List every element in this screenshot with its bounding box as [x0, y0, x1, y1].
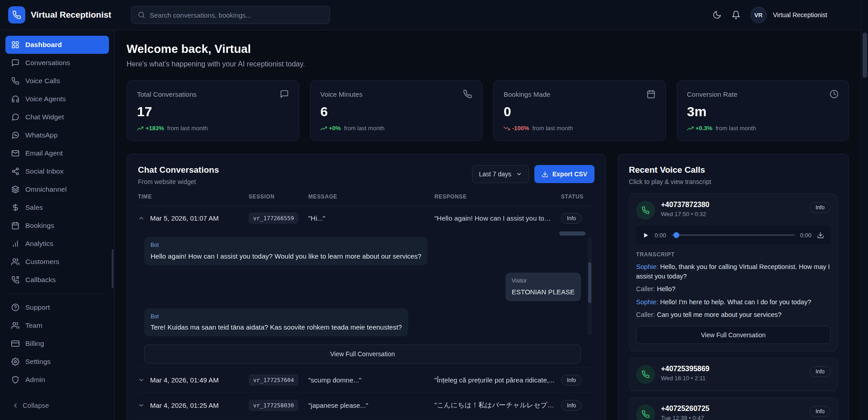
recent-voice-calls-panel: Recent Voice Calls Click to play & view … — [618, 154, 849, 420]
content-grid: Chat Conversations From website widget L… — [127, 154, 849, 420]
sidebar-item-label: WhatsApp — [25, 131, 58, 139]
sidebar-item-bookings[interactable]: Bookings — [5, 217, 109, 235]
column-header-message: MESSAGE — [308, 193, 434, 200]
page-scrollbar[interactable] — [861, 0, 868, 420]
bubble-text: Hello again! How can I assist you today?… — [151, 251, 421, 261]
view-full-conversation-button[interactable]: View Full Conversation — [144, 344, 581, 363]
stat-value: 3m — [687, 104, 839, 119]
search-input[interactable] — [150, 11, 323, 19]
sidebar-item-label: Voice Agents — [25, 95, 66, 103]
sidebar-item-omnichannel[interactable]: Omnichannel — [5, 180, 109, 198]
conversation-row[interactable]: Mar 5, 2026, 01:07 AMvr_177266559"Hi..."… — [138, 206, 594, 231]
chevron-up-icon[interactable] — [138, 215, 145, 222]
message-preview: "Hi..." — [308, 214, 434, 222]
date-range-select[interactable]: Last 7 days — [472, 165, 529, 183]
voice-call-card[interactable]: +40725260725Tue 12:39 • 0:47Info — [629, 397, 838, 420]
sidebar-item-settings[interactable]: Settings — [5, 353, 109, 371]
sidebar-item-customers[interactable]: Customers — [5, 253, 109, 271]
sidebar-item-billing[interactable]: Billing — [5, 335, 109, 353]
conversation-thread: BotHello again! How can I assist you tod… — [138, 231, 594, 338]
call-number: +40725260725 — [661, 405, 709, 413]
sidebar-item-label: Callbacks — [25, 276, 56, 284]
call-status-badge: Info — [810, 406, 830, 417]
sidebar-item-team[interactable]: Team — [5, 316, 109, 335]
phone-icon — [463, 90, 472, 99]
search-box[interactable] — [131, 6, 330, 24]
export-csv-button[interactable]: Export CSV — [534, 165, 594, 183]
stats-row: Total Conversations17+183%from last mont… — [127, 80, 849, 141]
conversation-row[interactable]: Mar 4, 2026, 01:49 AMvr_177257604"scump … — [138, 368, 594, 392]
sidebar-item-dashboard[interactable]: Dashboard — [5, 36, 109, 54]
transcript: Sophie: Hello, thank you for calling Vir… — [636, 262, 830, 320]
sidebar-item-callbacks[interactable]: Callbacks — [5, 271, 109, 289]
page-scrollbar-thumb[interactable] — [863, 33, 867, 78]
play-button[interactable] — [642, 232, 649, 239]
conversation-row-wrap: Mar 5, 2026, 01:07 AMvr_177266559"Hi..."… — [138, 206, 594, 368]
stat-label: Conversion Rate — [687, 90, 738, 98]
credit-card-icon — [11, 340, 19, 348]
mail-icon — [11, 149, 19, 157]
call-number: +40725395869 — [661, 365, 709, 373]
chevron-down-icon[interactable] — [138, 402, 145, 409]
sidebar-item-label: Admin — [25, 376, 45, 384]
sidebar-item-analytics[interactable]: Analytics — [5, 235, 109, 253]
thread-scrollbar[interactable] — [588, 237, 592, 335]
call-list: +40737872380Wed 17:50 • 0:32Info0:000:00… — [629, 193, 838, 420]
bubble-sender: Bot — [151, 241, 421, 249]
sidebar-item-admin[interactable]: Admin — [5, 371, 109, 389]
sidebar-item-support[interactable]: Support — [5, 298, 109, 316]
sidebar-item-social-inbox[interactable]: Social Inbox — [5, 162, 109, 180]
conversation-row[interactable]: Mar 4, 2026, 01:25 AMvr_177258030"japane… — [138, 393, 594, 418]
seek-slider[interactable] — [671, 232, 794, 238]
users-icon — [11, 321, 19, 330]
sidebar-item-voice-agents[interactable]: Voice Agents — [5, 90, 109, 108]
sidebar-item-label: Sales — [25, 203, 43, 212]
app-logo — [8, 6, 25, 24]
transcript-line: Sophie: Hello! I'm here to help. What ca… — [636, 297, 830, 307]
theme-toggle-button[interactable] — [712, 10, 722, 19]
trend-down-icon: -100% — [504, 125, 529, 132]
sidebar-item-label: Social Inbox — [25, 167, 63, 175]
sidebar-item-whatsapp[interactable]: WhatsApp — [5, 126, 109, 144]
chevron-down-icon[interactable] — [138, 377, 145, 383]
chat-bubble-bot: BotTere! Kuidas ma saan teid täna aidata… — [144, 308, 408, 337]
main-content: Welcome back, Virtual Here's what's happ… — [115, 30, 861, 420]
response-preview: "こんにちは！私はバーチャルレセプショ... — [434, 401, 561, 410]
status-badge: Info — [561, 213, 582, 224]
chat-bubble-bot: BotHello again! How can I assist you tod… — [144, 237, 428, 265]
stat-label: Total Conversations — [137, 90, 197, 98]
sidebar-nav: DashboardConversationsVoice CallsVoice A… — [5, 36, 109, 289]
stat-card-conversion-rate: Conversion Rate3m+0.3%from last month — [677, 80, 849, 141]
sidebar-item-sales[interactable]: Sales — [5, 198, 109, 217]
sidebar-nav-secondary: SupportTeamBillingSettingsAdmin — [5, 298, 109, 389]
sidebar-item-chat-widget[interactable]: Chat Widget — [5, 108, 109, 126]
thread-horizontal-scrollbar-thumb[interactable] — [559, 231, 585, 236]
speaker-label: Sophie: — [636, 298, 658, 306]
collapse-button[interactable]: Collapse — [5, 398, 109, 413]
call-phone-icon — [636, 365, 655, 384]
sidebar-item-conversations[interactable]: Conversations — [5, 54, 109, 72]
chevron-left-icon — [12, 402, 19, 409]
call-meta: Wed 17:50 • 0:32 — [661, 211, 709, 217]
sidebar-item-label: Team — [25, 321, 42, 330]
avatar[interactable]: VR — [750, 7, 767, 23]
download-recording-button[interactable] — [817, 231, 824, 239]
session-id: vr_177258030 — [249, 400, 298, 411]
call-phone-icon — [636, 201, 655, 220]
stat-label: Voice Minutes — [321, 90, 363, 98]
conversation-row[interactable]: Mar 4, 2026, 01:14 AMvr_177257662"ce pac… — [138, 418, 594, 420]
voice-call-card[interactable]: +40737872380Wed 17:50 • 0:32Info0:000:00… — [629, 193, 838, 351]
sidebar-scrollbar-thumb[interactable] — [112, 249, 113, 288]
notifications-button[interactable] — [731, 10, 741, 19]
seek-handle[interactable] — [674, 232, 679, 238]
voice-call-card[interactable]: +40725395869Wed 16:10 • 2:11Info — [629, 358, 838, 391]
sidebar-item-voice-calls[interactable]: Voice Calls — [5, 72, 109, 90]
chat-conversations-panel: Chat Conversations From website widget L… — [127, 154, 606, 420]
thread-scrollbar-thumb[interactable] — [588, 262, 591, 303]
trend-up-icon: +0.3% — [687, 125, 712, 132]
view-full-conversation-button[interactable]: View Full Conversation — [636, 326, 830, 344]
sidebar-item-email-agent[interactable]: Email Agent — [5, 144, 109, 162]
calendar-icon — [11, 222, 19, 230]
chat-rows: Mar 5, 2026, 01:07 AMvr_177266559"Hi..."… — [138, 206, 594, 420]
stat-card-voice-minutes: Voice Minutes6+0%from last month — [310, 80, 483, 141]
